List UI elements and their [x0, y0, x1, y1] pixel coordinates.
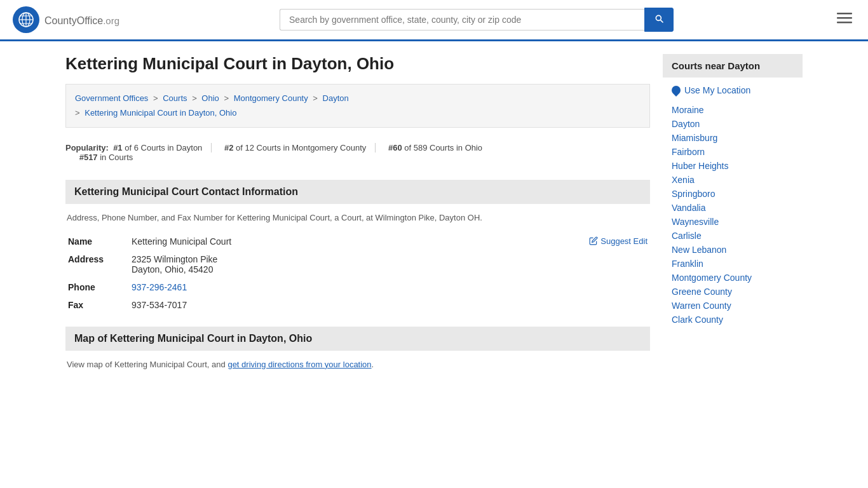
sidebar-item-warren-county[interactable]: Warren County [672, 301, 731, 311]
page-title: Kettering Municipal Court in Dayton, Ohi… [65, 54, 650, 74]
svg-rect-7 [837, 17, 852, 19]
list-item: Carlisle [663, 229, 803, 243]
contact-section-header: Kettering Municipal Court Contact Inform… [65, 180, 650, 204]
address-line1: 2325 Wilmington Pike [132, 254, 217, 264]
list-item: Springboro [663, 187, 803, 201]
sidebar-item-springboro[interactable]: Springboro [672, 189, 715, 199]
list-item: Warren County [663, 299, 803, 313]
list-item: Greene County [663, 285, 803, 299]
sidebar: Courts near Dayton Use My Location Morai… [663, 54, 803, 369]
fax-label: Fax [65, 296, 129, 314]
breadcrumb-dayton[interactable]: Dayton [323, 93, 349, 103]
breadcrumb-courts[interactable]: Courts [163, 93, 187, 103]
sidebar-item-vandalia[interactable]: Vandalia [672, 203, 705, 213]
driving-directions-link[interactable]: get driving directions from your locatio… [227, 360, 371, 369]
list-item: Franklin [663, 257, 803, 271]
map-section-header: Map of Kettering Municipal Court in Dayt… [65, 327, 650, 351]
sidebar-title: Courts near Dayton [663, 54, 803, 78]
list-item: Miamisburg [663, 131, 803, 145]
list-item: Huber Heights [663, 159, 803, 173]
breadcrumb: Government Offices > Courts > Ohio > Mon… [65, 84, 650, 128]
map-description: View map of Kettering Municipal Court, a… [65, 360, 650, 369]
logo-text: CountyOffice.org [44, 13, 119, 27]
table-row: Name Kettering Municipal Court Suggest E… [65, 233, 650, 250]
list-item: Fairborn [663, 145, 803, 159]
sidebar-item-greene-county[interactable]: Greene County [672, 287, 732, 297]
use-location-link[interactable]: Use My Location [684, 85, 750, 95]
sidebar-item-huber-heights[interactable]: Huber Heights [672, 161, 729, 171]
breadcrumb-gov-offices[interactable]: Government Offices [75, 93, 148, 103]
sidebar-item-waynesville[interactable]: Waynesville [672, 217, 719, 227]
sidebar-item-new-lebanon[interactable]: New Lebanon [672, 245, 726, 255]
use-location[interactable]: Use My Location [663, 81, 803, 100]
address-label: Address [65, 250, 129, 278]
sidebar-item-carlisle[interactable]: Carlisle [672, 231, 702, 241]
table-row: Fax 937-534-7017 [65, 296, 650, 314]
list-item: New Lebanon [663, 243, 803, 257]
svg-rect-8 [837, 22, 852, 24]
sidebar-item-montgomery-county[interactable]: Montgomery County [672, 273, 752, 283]
list-item: Montgomery County [663, 271, 803, 285]
phone-label: Phone [65, 278, 129, 296]
popularity-bar: Popularity: #1 of 6 Courts in Dayton #2 … [65, 138, 650, 167]
sidebar-item-clark-county[interactable]: Clark County [672, 315, 723, 325]
phone-link[interactable]: 937-296-2461 [132, 282, 187, 292]
list-item: Vandalia [663, 201, 803, 215]
sidebar-item-franklin[interactable]: Franklin [672, 259, 703, 269]
list-item: Dayton [663, 117, 803, 131]
search-button[interactable] [644, 8, 674, 32]
contact-description: Address, Phone Number, and Fax Number fo… [65, 213, 650, 222]
list-item: Xenia [663, 173, 803, 187]
list-item: Clark County [663, 313, 803, 327]
fax-value: 937-534-7017 [129, 296, 650, 314]
breadcrumb-montgomery[interactable]: Montgomery County [234, 93, 308, 103]
breadcrumb-ohio[interactable]: Ohio [201, 93, 219, 103]
name-label: Name [65, 233, 129, 250]
sidebar-list: Moraine Dayton Miamisburg Fairborn Huber… [663, 100, 803, 329]
table-row: Phone 937-296-2461 [65, 278, 650, 296]
contact-table: Name Kettering Municipal Court Suggest E… [65, 233, 650, 314]
address-line2: Dayton, Ohio, 45420 [132, 264, 213, 274]
sidebar-item-fairborn[interactable]: Fairborn [672, 147, 705, 157]
sidebar-item-miamisburg[interactable]: Miamisburg [672, 133, 717, 143]
location-pin-icon [670, 84, 682, 97]
logo[interactable]: CountyOffice.org [13, 6, 119, 33]
sidebar-item-dayton[interactable]: Dayton [672, 119, 700, 129]
table-row: Address 2325 Wilmington Pike Dayton, Ohi… [65, 250, 650, 278]
sidebar-item-xenia[interactable]: Xenia [672, 175, 695, 185]
list-item: Waynesville [663, 215, 803, 229]
search-input[interactable] [280, 9, 644, 30]
search-area [280, 8, 674, 32]
breadcrumb-current[interactable]: Kettering Municipal Court in Dayton, Ohi… [85, 108, 236, 118]
suggest-edit-link[interactable]: Suggest Edit [589, 236, 648, 246]
list-item: Moraine [663, 103, 803, 117]
name-value: Kettering Municipal Court [132, 236, 231, 247]
menu-button[interactable] [834, 7, 855, 32]
logo-icon [13, 6, 39, 33]
sidebar-item-moraine[interactable]: Moraine [672, 105, 704, 115]
svg-rect-6 [837, 13, 852, 15]
